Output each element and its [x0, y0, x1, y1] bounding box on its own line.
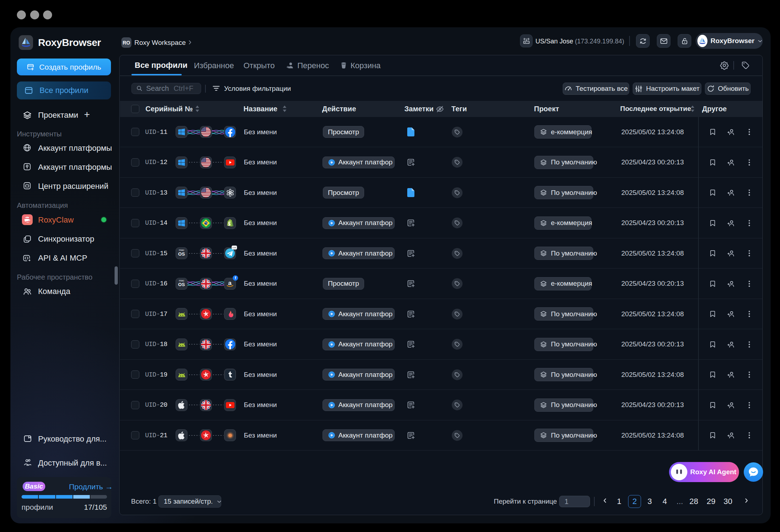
svg-text:a: a — [228, 280, 232, 286]
